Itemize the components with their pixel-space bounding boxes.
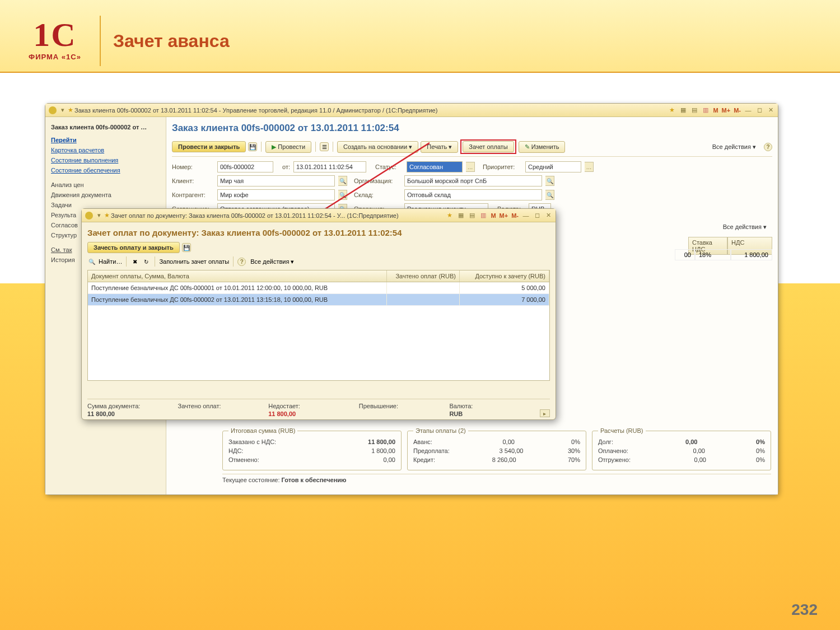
table-row[interactable]: Поступление безналичных ДС 00fs-000001 о… [88, 282, 549, 294]
logo-sub: ФИРМА «1С» [16, 53, 94, 61]
number-input[interactable]: 00fs-000002 [217, 161, 273, 172]
dlg-fav-icon[interactable]: ★ [446, 212, 454, 220]
calc-group: Расчеты (RUB) Долг:0,000% Оплачено:0,000… [592, 427, 771, 470]
dlg-tool1-icon[interactable]: ▦ [457, 212, 465, 220]
tool-icon-2[interactable]: ▤ [690, 106, 698, 114]
col-applied[interactable]: Зачтено оплат (RUB) [387, 270, 460, 282]
slide-title: Зачет аванса [113, 31, 230, 52]
mem-mminus[interactable]: M- [734, 107, 741, 114]
dlg-help-icon[interactable]: ? [237, 258, 246, 266]
fill-offset-link[interactable]: Заполнить зачет оплаты [159, 258, 229, 265]
apply-and-close-button[interactable]: Зачесть оплату и закрыть [87, 242, 180, 253]
tool-icon-1[interactable]: ▦ [679, 106, 687, 114]
save-icon[interactable]: 💾 [248, 142, 257, 151]
number-label: Номер: [172, 164, 214, 170]
tb-sep2 [315, 142, 316, 152]
vertical-separator [100, 16, 101, 66]
priority-label: Приоритет: [483, 164, 522, 170]
contr-input[interactable]: Мир кофе [217, 189, 335, 200]
tb-sep3 [333, 142, 333, 152]
clear-icon[interactable]: ✖ [130, 257, 139, 266]
offset-payment-button[interactable]: Зачет оплаты [463, 141, 514, 152]
nav-analysis[interactable]: Анализ цен [51, 180, 166, 190]
org-label: Организация: [354, 178, 401, 184]
post-and-close-button[interactable]: Провести и закрыть [172, 141, 246, 152]
status-input[interactable]: Согласован [407, 161, 463, 172]
current-status: Готов к обеспечению [282, 477, 347, 483]
dlg-close-icon[interactable]: ✕ [544, 212, 552, 220]
grid-cell-total: 00 [675, 249, 695, 260]
status-lookup-icon[interactable]: … [466, 162, 475, 172]
slide-header: 1C ФИРМА «1С» Зачет аванса [0, 0, 840, 73]
dlg-tool2-icon[interactable]: ▤ [468, 212, 476, 220]
nav-link-supply[interactable]: Состояние обеспечения [51, 165, 166, 175]
nav-link-card[interactable]: Карточка расчетов [51, 145, 166, 155]
dlg-mem-mplus[interactable]: M+ [500, 212, 508, 219]
store-input[interactable]: Оптовый склад [404, 189, 542, 200]
dlg-min-icon[interactable]: — [522, 212, 530, 220]
col-avail[interactable]: Доступно к зачету (RUB) [460, 270, 549, 282]
create-based-button[interactable]: Создать на основании ▾ [337, 141, 418, 153]
foot-sum: 11 800,00 [87, 410, 178, 417]
table-row[interactable]: Поступление безналичных ДС 00fs-000002 о… [88, 294, 549, 306]
nav-moves[interactable]: Движения документа [51, 190, 166, 200]
org-input[interactable]: Большой морской порт СпБ [404, 175, 542, 186]
org-lookup-icon[interactable]: 🔍 [545, 176, 554, 186]
list-icon[interactable]: ☰ [320, 142, 329, 151]
logo-1c: 1C [16, 21, 94, 49]
tb-sep [261, 142, 262, 152]
find-link[interactable]: Найти… [99, 258, 122, 265]
footer-panels: Итоговая сумма (RUB) Заказано с НДС:11 8… [222, 427, 771, 483]
dialog-titlebar[interactable]: ▾ ★ Зачет оплат по документу: Заказ клие… [82, 209, 556, 222]
dlg-star-icon[interactable]: ★ [103, 212, 111, 220]
form-title: Заказ клиента 00fs-000002 от 13.01.2011 … [172, 123, 772, 134]
dlg-dropdown-icon[interactable]: ▾ [95, 212, 103, 220]
nav-title: Заказ клиента 00fs-000002 от … [51, 122, 166, 135]
dlg-save-icon[interactable]: 💾 [182, 243, 191, 252]
dlg-max-icon[interactable]: ◻ [533, 212, 541, 220]
offset-highlight: Зачет оплаты [460, 139, 516, 154]
totals-legend: Итоговая сумма (RUB) [228, 427, 297, 434]
dlg-all-actions[interactable]: Все действия ▾ [250, 258, 294, 265]
min-icon[interactable]: — [744, 106, 752, 114]
offset-dialog: ▾ ★ Зачет оплат по документу: Заказ клие… [81, 208, 556, 420]
calc-legend: Расчеты (RUB) [598, 427, 646, 434]
priority-input[interactable]: Средний [525, 161, 581, 172]
form-rows: Номер: 00fs-000002 от: 13.01.2011 11:02:… [172, 161, 772, 214]
help-icon[interactable]: ? [764, 143, 772, 151]
app-icon [49, 106, 57, 114]
star-icon[interactable]: ★ [67, 106, 74, 114]
col-doc[interactable]: Документ оплаты, Сумма, Валюта [88, 270, 387, 282]
main-titlebar[interactable]: ▾ ★ Заказ клиента 00fs-000002 от 13.01.2… [45, 104, 778, 117]
payments-grid[interactable]: Документ оплаты, Сумма, Валюта Зачтено о… [87, 270, 550, 381]
foot-short: 11 800,00 [268, 410, 359, 417]
mem-m[interactable]: M [713, 107, 718, 114]
mem-mplus[interactable]: M+ [722, 107, 731, 114]
refresh-icon[interactable]: ↻ [142, 257, 151, 266]
scroll-right-icon[interactable]: ▸ [540, 409, 550, 417]
print-button[interactable]: Печать ▾ [421, 141, 458, 153]
client-lookup-icon[interactable]: 🔍 [338, 176, 347, 186]
search-icon[interactable]: 🔍 [87, 257, 96, 266]
dropdown-icon[interactable]: ▾ [59, 106, 67, 114]
store-lookup-icon[interactable]: 🔍 [545, 190, 554, 200]
from-label: от: [277, 164, 290, 170]
close-icon[interactable]: ✕ [767, 106, 774, 114]
max-icon[interactable]: ◻ [755, 106, 763, 114]
fav-icon[interactable]: ★ [668, 106, 676, 114]
dlg-mem-m[interactable]: M [491, 212, 496, 219]
post-button[interactable]: ▶ Провести [265, 141, 311, 153]
calc-icon[interactable]: ▥ [702, 106, 710, 114]
main-title-text: Заказ клиента 00fs-000002 от 13.01.2011 … [74, 107, 668, 114]
all-actions-2[interactable]: Все действия ▾ [717, 223, 772, 231]
edit-button[interactable]: ✎ Изменить [519, 141, 566, 153]
nav-link-exec[interactable]: Состояние выполнения [51, 155, 166, 165]
dlg-app-icon [85, 212, 93, 220]
dlg-mem-mminus[interactable]: M- [511, 212, 519, 219]
all-actions-button[interactable]: Все действия ▾ [707, 142, 762, 152]
from-input[interactable]: 13.01.2011 11:02:54 [293, 161, 366, 172]
priority-lookup-icon[interactable]: … [585, 162, 594, 172]
contr-lookup-icon[interactable]: 🔍 [338, 190, 347, 200]
dlg-calc-icon[interactable]: ▥ [479, 212, 487, 220]
client-input[interactable]: Мир чая [217, 175, 335, 186]
